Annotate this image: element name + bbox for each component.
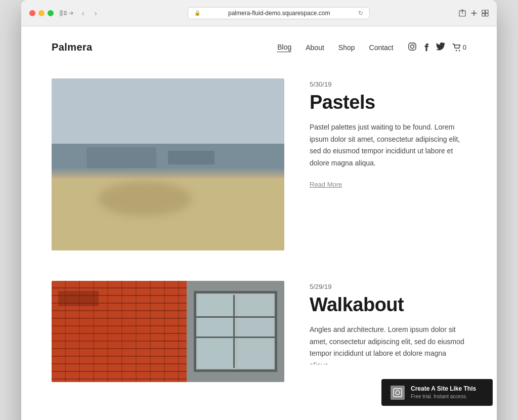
svg-rect-5 <box>486 10 489 13</box>
squarespace-banner[interactable]: Create A Site Like This Free trial. Inst… <box>381 379 493 406</box>
browser-chrome: ‹ › 🔒 palmera-fluid-demo.squarespace.com… <box>21 0 497 26</box>
svg-rect-3 <box>64 14 67 15</box>
banner-text: Create A Site Like This Free trial. Inst… <box>411 385 484 400</box>
banner-subtitle: Free trial. Instant access. <box>411 393 484 400</box>
address-bar[interactable]: 🔒 palmera-fluid-demo.squarespace.com ↻ <box>188 7 370 19</box>
twitter-icon[interactable] <box>436 43 445 53</box>
post-excerpt-pastels: Pastel palettes just waiting to be found… <box>310 121 466 170</box>
svg-rect-7 <box>486 13 489 16</box>
site-logo[interactable]: Palmera <box>52 41 93 53</box>
sidebar-toggle-button[interactable] <box>60 10 74 16</box>
nav-shop[interactable]: Shop <box>338 44 355 52</box>
share-button[interactable] <box>458 9 466 17</box>
tabs-button[interactable] <box>482 10 489 17</box>
svg-rect-6 <box>482 13 485 16</box>
nav-blog[interactable]: Blog <box>277 43 291 52</box>
svg-point-10 <box>414 44 415 45</box>
maximize-button[interactable] <box>48 10 54 16</box>
facebook-icon[interactable] <box>424 42 429 53</box>
instagram-icon[interactable] <box>408 42 417 53</box>
post-date-pastels: 5/30/19 <box>310 80 466 88</box>
svg-rect-0 <box>60 10 63 16</box>
post-image-walkabout[interactable] <box>52 281 284 382</box>
site-nav: Blog About Shop Contact <box>277 42 466 53</box>
svg-point-9 <box>410 45 414 48</box>
svg-point-12 <box>459 50 460 51</box>
url-text: palmera-fluid-demo.squarespace.com <box>203 10 355 17</box>
refresh-button[interactable]: ↻ <box>358 10 363 17</box>
forward-button[interactable]: › <box>93 8 99 18</box>
site-header: Palmera Blog About Shop Contact <box>21 26 497 68</box>
post-excerpt-walkabout: Angles and architecture. Lorem ipsum dol… <box>310 324 466 364</box>
blog-content: 5/30/19 Pastels Pastel palettes just wai… <box>21 68 497 420</box>
svg-rect-1 <box>64 11 67 12</box>
new-tab-button[interactable] <box>470 10 478 17</box>
svg-point-11 <box>456 50 457 51</box>
squarespace-logo <box>391 386 405 400</box>
svg-rect-4 <box>482 10 485 13</box>
cart-icon[interactable]: 0 <box>452 44 466 52</box>
minimize-button[interactable] <box>38 10 45 16</box>
traffic-lights <box>29 10 54 16</box>
browser-actions <box>458 9 489 17</box>
svg-rect-13 <box>394 389 402 397</box>
lock-icon: 🔒 <box>194 10 200 16</box>
back-button[interactable]: ‹ <box>80 8 87 18</box>
post-info-pastels: 5/30/19 Pastels Pastel palettes just wai… <box>310 78 466 189</box>
cart-count: 0 <box>463 44 466 51</box>
post-info-walkabout: 5/29/19 Walkabout Angles and architectur… <box>310 281 466 374</box>
nav-contact[interactable]: Contact <box>369 44 394 52</box>
read-more-pastels[interactable]: Read More <box>310 181 342 188</box>
svg-rect-8 <box>409 43 416 50</box>
address-bar-container: 🔒 palmera-fluid-demo.squarespace.com ↻ <box>105 7 452 19</box>
post-title-walkabout[interactable]: Walkabout <box>310 295 466 316</box>
browser-window: ‹ › 🔒 palmera-fluid-demo.squarespace.com… <box>21 0 497 420</box>
nav-about[interactable]: About <box>306 44 324 52</box>
close-button[interactable] <box>29 10 35 16</box>
post-image-pastels[interactable] <box>52 78 284 250</box>
website-content: Palmera Blog About Shop Contact <box>21 26 497 420</box>
svg-rect-2 <box>64 13 67 14</box>
post-title-pastels[interactable]: Pastels <box>310 92 466 113</box>
blog-post-pastels: 5/30/19 Pastels Pastel palettes just wai… <box>52 78 466 250</box>
post-date-walkabout: 5/29/19 <box>310 283 466 290</box>
banner-title: Create A Site Like This <box>411 385 484 393</box>
nav-icons: 0 <box>408 42 466 53</box>
blog-post-walkabout: 5/29/19 Walkabout Angles and architectur… <box>52 281 466 382</box>
